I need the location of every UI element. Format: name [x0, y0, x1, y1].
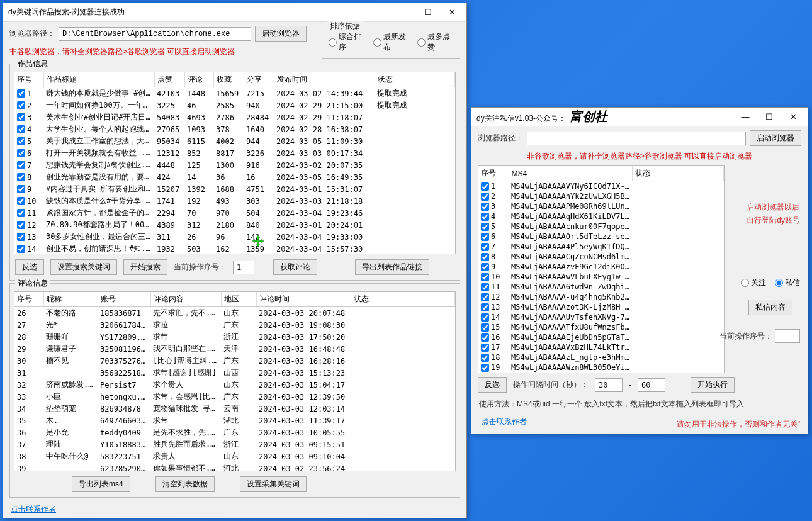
table-row[interactable]: 3美术生创业#创业日记#开店日...5408346932786284842024… [14, 111, 455, 123]
table-row[interactable]: 27光*32066178464求拉广东2024-03-03 19:08:30 [14, 319, 455, 331]
table-row[interactable]: 19MS4wLjABAAAAWzn8WL3050eYir... [478, 362, 724, 373]
row-checkbox[interactable] [17, 125, 25, 133]
col-header[interactable]: 分享 [244, 72, 274, 87]
close-button[interactable]: ✕ [784, 110, 803, 124]
row-checkbox[interactable] [481, 313, 489, 322]
row-checkbox[interactable] [481, 344, 489, 352]
invert-selection-button[interactable]: 反选 [478, 377, 507, 393]
table-row[interactable]: 17MS4wLjABAAAAVxBzHL74LkTtrE... [478, 342, 724, 352]
table-row[interactable]: 5MS4wLjABAAAAcnkur00F7qopeq... [478, 221, 724, 232]
row-checkbox[interactable] [17, 245, 25, 253]
col-header[interactable]: MS4 [509, 166, 632, 181]
sort-option-latest[interactable]: 最新发布 [373, 31, 409, 53]
ms4-table[interactable]: 序号MS4状态 1MS4wLjABAAAAVYNy6ICQd71X-n...2M… [478, 165, 725, 373]
row-checkbox[interactable] [481, 364, 489, 372]
table-row[interactable]: 3MS4wLjABAAAAPMe08Rh69lLUnd... [478, 201, 724, 211]
table-row[interactable]: 29谦谦君子3250811967S我不明白那些在...天津2024-03-03 … [14, 343, 455, 355]
table-row[interactable]: 6MS4wLjABAAAAOrl5dTeLzz-sey... [478, 232, 724, 242]
launch-browser-button[interactable]: 启动浏览器 [255, 26, 307, 42]
table-row[interactable]: 4大学生创业。每个人的起跑线...27965109337816402024-02… [14, 123, 455, 135]
current-op-input[interactable] [775, 329, 800, 343]
row-checkbox[interactable] [17, 233, 25, 241]
table-row[interactable]: 30楠不见70337527691[比心]帮博主纠...广东2024-03-03 … [14, 355, 455, 367]
table-row[interactable]: 38中午吃什么@583223751求贵人山东2024-03-03 09:10:0… [14, 451, 455, 462]
table-row[interactable]: 7想赚钱先学会复制#餐饮创业...444812513009162024-03-0… [14, 159, 455, 171]
table-row[interactable]: 34垫垫萌宠826934878宠物猫咪批发 寻...云南2024-03-03 1… [14, 403, 455, 415]
row-checkbox[interactable] [481, 213, 489, 221]
row-checkbox[interactable] [17, 197, 25, 205]
table-row[interactable]: 7MS4wLjABAAAA4Pl5eyWqK1fDQM... [478, 242, 724, 252]
row-checkbox[interactable] [17, 185, 25, 193]
col-header[interactable]: 评论内容 [150, 292, 221, 307]
row-checkbox[interactable] [17, 209, 25, 217]
table-row[interactable]: 14MS4wLjABAAAAUvTsfehXNVg-7Z... [478, 312, 724, 322]
contact-author-link[interactable]: 点击联系作者 [474, 413, 534, 431]
row-checkbox[interactable] [481, 253, 489, 261]
row-checkbox[interactable] [17, 221, 25, 229]
row-checkbox[interactable] [481, 223, 489, 231]
table-row[interactable]: 8创业光靠勤奋是没有用的，要...4241436162024-03-05 16:… [14, 171, 455, 183]
col-header[interactable]: 状态 [632, 166, 724, 181]
works-table[interactable]: 序号作品标题点赞评论收藏分享发布时间状态 1赚大钱的本质就是少做事 #创...4… [14, 72, 456, 254]
row-checkbox[interactable] [481, 283, 489, 291]
col-header[interactable]: 账号 [98, 292, 150, 307]
row-checkbox[interactable] [481, 233, 489, 241]
table-row[interactable]: 26不老的路185836871先不求胜，先不...山东2024-03-03 20… [14, 307, 455, 320]
table-row[interactable]: 1赚大钱的本质就是少做事 #创...4210314481565972152024… [14, 87, 455, 100]
maximize-button[interactable]: ☐ [760, 110, 779, 124]
table-row[interactable]: 2MS4wLjABAAAAhYk2zUwLXGH5BV... [478, 191, 724, 201]
row-checkbox[interactable] [481, 323, 489, 332]
table-row[interactable]: 8MS4wLjABAAAACgZcoNCMsd6lm... [478, 252, 724, 262]
table-row[interactable]: 313568225183?求带[感谢][感谢]山西2024-03-03 15:1… [14, 367, 455, 379]
row-checkbox[interactable] [17, 161, 25, 169]
row-checkbox[interactable] [17, 173, 25, 181]
table-row[interactable]: 6打开一开关视频就会有收益 ...12312852881732262024-03… [14, 147, 455, 159]
row-checkbox[interactable] [17, 113, 25, 121]
col-header[interactable]: 地区 [221, 292, 256, 307]
close-button[interactable]: ✕ [443, 6, 461, 20]
interval-to-input[interactable] [638, 378, 665, 392]
dm-content-button[interactable]: 私信内容 [748, 300, 792, 315]
comments-table[interactable]: 序号昵称账号评论内容地区评论时间状态 26不老的路185836871先不求胜，先… [14, 291, 456, 471]
row-checkbox[interactable] [17, 89, 25, 98]
radio-follow[interactable]: 关注 [741, 277, 766, 288]
get-comments-button[interactable]: 获取评论 [273, 259, 317, 275]
table-row[interactable]: 4MS4wLjABAAAAqHdX61KiLDV7LE... [478, 211, 724, 221]
sort-option-most-liked[interactable]: 最多点赞 [417, 31, 453, 53]
table-row[interactable]: 1330多岁女性创业，最适合的三...31126961422024-03-04 … [14, 231, 455, 243]
col-header[interactable]: 评论时间 [256, 292, 351, 307]
table-row[interactable]: 5关于我成立工作室的想法，大...95034611540029442024-03… [14, 135, 455, 147]
col-header[interactable]: 作品标题 [43, 72, 154, 87]
table-row[interactable]: 32济南威龄发...Persist7求个贵人山东2024-03-03 15:04… [14, 379, 455, 391]
table-row[interactable]: 16MS4wLjABAAAAEjeUbDn5pGTaTX... [478, 332, 724, 342]
table-row[interactable]: 11MS4wLjABAAAA6twd9n_ZwDqhij... [478, 282, 724, 292]
col-header[interactable]: 序号 [14, 72, 43, 87]
table-row[interactable]: 10缺钱的本质是什么#干货分享 ...17411924933032024-03-… [14, 195, 455, 207]
clear-list-button[interactable]: 清空列表数据 [155, 476, 215, 492]
table-row[interactable]: 1270.80.90都套路出局了！00后...43893122180840202… [14, 219, 455, 231]
browser-path-input[interactable] [59, 27, 251, 41]
row-checkbox[interactable] [17, 137, 25, 145]
table-row[interactable]: 11紧跟国家方针，都是捡金子的...2294709705042024-03-04… [14, 207, 455, 219]
row-checkbox[interactable] [481, 182, 489, 191]
sort-option-comprehensive[interactable]: 综合排序 [329, 31, 364, 53]
table-row[interactable]: 28珊珊吖YS172809...求带浙江2024-03-03 17:50:20 [14, 331, 455, 343]
set-collect-keyword-button[interactable]: 设置采集关键词 [240, 476, 307, 492]
minimize-button[interactable]: — [395, 6, 414, 20]
invert-selection-button[interactable]: 反选 [15, 259, 44, 275]
maximize-button[interactable]: ☐ [419, 6, 437, 20]
row-checkbox[interactable] [481, 243, 489, 251]
row-checkbox[interactable] [481, 193, 489, 201]
col-header[interactable]: 序号 [478, 166, 509, 181]
table-row[interactable]: 14创业不易，创前请深思！#知...193250316213592024-03-… [14, 243, 455, 254]
table-row[interactable]: 15MS4wLjABAAAATfxU8ufWnzsFbe... [478, 322, 724, 332]
radio-dm[interactable]: 私信 [775, 277, 800, 288]
col-header[interactable]: 评论 [184, 72, 213, 87]
export-links-button[interactable]: 导出列表作品链接 [355, 259, 429, 275]
row-checkbox[interactable] [481, 273, 489, 281]
table-row[interactable]: 9MS4wLjABAAAAzvE9Gc12diK0Ox... [478, 262, 724, 272]
start-execute-button[interactable]: 开始执行 [691, 377, 735, 393]
col-header[interactable]: 状态 [375, 72, 455, 87]
minimize-button[interactable]: — [736, 110, 755, 124]
table-row[interactable]: 36是小允teddy0409是先不求胜，先...广东2024-03-03 10:… [14, 427, 455, 439]
